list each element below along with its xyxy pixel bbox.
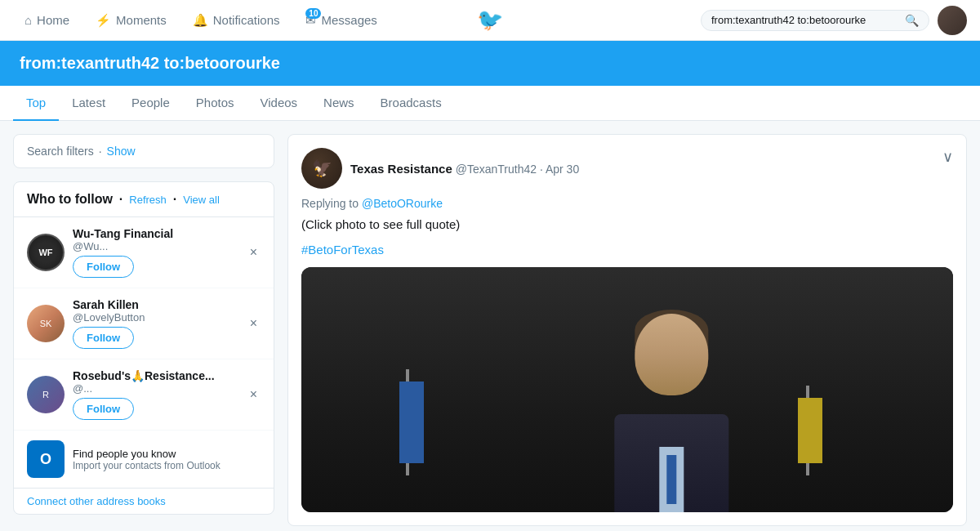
search-filters-label: Search filters bbox=[27, 145, 94, 158]
follow-item-rosebud: R Rosebud's🙏Resistance... @... Follow × bbox=[14, 359, 274, 431]
nav-left: ⌂ Home ⚡ Moments 🔔 Notifications ✉ 10 Me… bbox=[13, 0, 389, 41]
tabs-bar: Top Latest People Photos Videos News Bro… bbox=[0, 86, 980, 121]
tab-news[interactable]: News bbox=[310, 86, 368, 121]
rosebud-dismiss-button[interactable]: × bbox=[247, 384, 261, 405]
outlook-text-wrap: Find people you know Import your contact… bbox=[73, 448, 220, 471]
rosebud-avatar: R bbox=[27, 376, 65, 413]
tab-videos-label: Videos bbox=[260, 96, 297, 109]
user-avatar[interactable] bbox=[938, 6, 967, 35]
nav-right: 🔍 bbox=[701, 6, 967, 35]
rosebud-info: Rosebud's🙏Resistance... @... Follow bbox=[73, 369, 238, 420]
person-head bbox=[635, 314, 708, 395]
sarah-avatar-text: SK bbox=[40, 319, 52, 328]
tweet-header-left: 🦅 Texas Resistance @TexanTruth42 · Apr 3… bbox=[301, 148, 579, 189]
main-content: 🦅 Texas Resistance @TexanTruth42 · Apr 3… bbox=[287, 134, 967, 528]
tweet-author-handle: @TexanTruth42 bbox=[456, 163, 537, 176]
wu-tang-avatar: WF bbox=[27, 234, 65, 271]
main-layout: Search filters · Show Who to follow · Re… bbox=[0, 121, 980, 531]
avatar-image bbox=[938, 6, 967, 35]
search-filters-show-link[interactable]: Show bbox=[107, 145, 136, 158]
tab-people[interactable]: People bbox=[118, 86, 183, 121]
rosebud-name: Rosebud's🙏Resistance... bbox=[73, 369, 238, 382]
tweet-card: 🦅 Texas Resistance @TexanTruth42 · Apr 3… bbox=[287, 134, 967, 526]
nav-home-label: Home bbox=[37, 13, 69, 27]
search-input[interactable] bbox=[711, 14, 905, 26]
filters-dot: · bbox=[99, 145, 102, 158]
search-filters-card: Search filters · Show bbox=[13, 134, 274, 168]
search-filters-title: Search filters · Show bbox=[14, 135, 274, 167]
sarah-dismiss-button[interactable]: × bbox=[247, 313, 261, 334]
top-navigation: ⌂ Home ⚡ Moments 🔔 Notifications ✉ 10 Me… bbox=[0, 0, 980, 41]
outlook-title: Find people you know bbox=[73, 448, 220, 460]
messages-badge-wrap: ✉ 10 bbox=[305, 13, 316, 28]
reply-handle-link[interactable]: @BetoORourke bbox=[362, 197, 443, 210]
sarah-name: Sarah Killen bbox=[73, 298, 238, 311]
outlook-icon: O bbox=[27, 440, 65, 478]
refresh-link[interactable]: Refresh bbox=[129, 194, 167, 206]
flag-left bbox=[399, 382, 424, 463]
sidebar: Search filters · Show Who to follow · Re… bbox=[13, 134, 274, 528]
wu-tang-handle: @Wu... bbox=[73, 240, 238, 252]
tweet-hashtag[interactable]: #BetoForTexas bbox=[301, 241, 953, 260]
outlook-subtitle: Import your contacts from Outlook bbox=[73, 460, 220, 471]
who-to-follow-header: Who to follow · Refresh · View all bbox=[14, 182, 274, 217]
tweet-author-name: Texas Resistance bbox=[350, 162, 452, 176]
person-figure bbox=[524, 292, 817, 512]
tweet-image-background bbox=[301, 267, 953, 512]
tweet-author-avatar[interactable]: 🦅 bbox=[301, 148, 342, 189]
sarah-follow-button[interactable]: Follow bbox=[73, 327, 134, 349]
person-tie bbox=[666, 455, 676, 504]
search-query-banner: from:texantruth42 to:betoorourke bbox=[20, 54, 280, 72]
wu-tang-info: Wu-Tang Financial @Wu... Follow bbox=[73, 227, 238, 278]
wu-tang-dismiss-button[interactable]: × bbox=[247, 242, 261, 263]
nav-home[interactable]: ⌂ Home bbox=[13, 0, 81, 41]
twitter-bird-icon: 🐦 bbox=[477, 7, 503, 32]
wu-tang-follow-button[interactable]: Follow bbox=[73, 256, 134, 278]
view-all-link[interactable]: View all bbox=[183, 194, 220, 206]
wu-tang-name: Wu-Tang Financial bbox=[73, 227, 238, 240]
sarah-handle: @LovelyButton bbox=[73, 311, 238, 324]
tweet-body: Replying to @BetoORourke (Click photo to… bbox=[301, 195, 953, 259]
twitter-logo[interactable]: 🐦 bbox=[477, 7, 503, 33]
rosebud-follow-button[interactable]: Follow bbox=[73, 398, 134, 420]
who-to-follow-label: Who to follow bbox=[27, 192, 113, 207]
tweet-reply-to: Replying to @BetoORourke bbox=[301, 195, 953, 212]
tab-top-label: Top bbox=[26, 96, 46, 109]
nav-messages[interactable]: ✉ 10 Messages bbox=[294, 0, 388, 41]
person-body bbox=[614, 414, 728, 512]
follow-item-sarah: SK Sarah Killen @LovelyButton Follow × bbox=[14, 288, 274, 359]
tweet-image[interactable] bbox=[301, 267, 953, 512]
tab-photos-label: Photos bbox=[196, 96, 234, 109]
messages-badge: 10 bbox=[305, 8, 321, 19]
wu-tang-avatar-text: WF bbox=[38, 248, 52, 257]
sarah-avatar: SK bbox=[27, 305, 65, 342]
tweet-more-options-button[interactable]: ∨ bbox=[942, 148, 953, 166]
tab-people-label: People bbox=[131, 96, 170, 109]
nav-messages-label: Messages bbox=[321, 13, 376, 27]
separator-dot-1: · bbox=[119, 192, 122, 207]
tweet-author-info: Texas Resistance @TexanTruth42 · Apr 30 bbox=[350, 162, 579, 176]
tab-broadcasts-label: Broadcasts bbox=[381, 96, 442, 109]
tab-top[interactable]: Top bbox=[13, 86, 59, 121]
tab-photos[interactable]: Photos bbox=[183, 86, 247, 121]
outlook-item: O Find people you know Import your conta… bbox=[14, 431, 274, 488]
tab-latest[interactable]: Latest bbox=[59, 86, 118, 121]
nav-moments-label: Moments bbox=[116, 13, 167, 27]
tab-videos[interactable]: Videos bbox=[247, 86, 310, 121]
nav-notifications[interactable]: 🔔 Notifications bbox=[181, 0, 292, 41]
rosebud-avatar-text: R bbox=[42, 390, 49, 399]
search-banner: from:texantruth42 to:betoorourke bbox=[0, 41, 980, 86]
nav-notifications-label: Notifications bbox=[213, 13, 280, 27]
connect-address-books-link[interactable]: Connect other address books bbox=[14, 488, 274, 514]
search-icon: 🔍 bbox=[905, 14, 919, 27]
reply-prefix: Replying to bbox=[301, 197, 359, 210]
tab-broadcasts[interactable]: Broadcasts bbox=[368, 86, 455, 121]
nav-moments[interactable]: ⚡ Moments bbox=[84, 0, 178, 41]
tweet-text: (Click photo to see full quote) bbox=[301, 216, 953, 234]
separator-dot-2: · bbox=[173, 192, 176, 207]
search-bar[interactable]: 🔍 bbox=[701, 10, 929, 31]
sarah-info: Sarah Killen @LovelyButton Follow bbox=[73, 298, 238, 349]
tweet-date: · Apr 30 bbox=[540, 163, 579, 176]
who-to-follow-card: Who to follow · Refresh · View all WF Wu… bbox=[13, 181, 274, 515]
tweet-header: 🦅 Texas Resistance @TexanTruth42 · Apr 3… bbox=[301, 148, 953, 189]
